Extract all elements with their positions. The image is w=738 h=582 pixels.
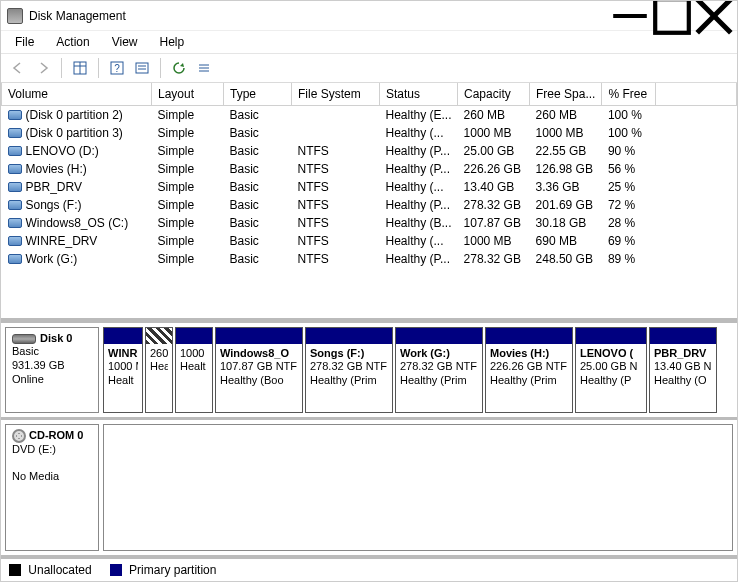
partition-block[interactable]: Windows8_O107.87 GB NTFHealthy (Boo — [215, 327, 303, 413]
volume-fs: NTFS — [292, 196, 380, 214]
volume-capacity: 13.40 GB — [458, 178, 530, 196]
partition-block[interactable]: 1000 MHealt — [175, 327, 213, 413]
menu-bar: File Action View Help — [1, 31, 737, 54]
disk-row-cdrom0: CD-ROM 0 DVD (E:) No Media — [1, 420, 737, 559]
volume-free: 690 MB — [530, 232, 602, 250]
volume-row[interactable]: Work (G:)SimpleBasicNTFSHealthy (P...278… — [2, 250, 737, 268]
back-button[interactable] — [7, 57, 29, 79]
volume-row[interactable]: WINRE_DRVSimpleBasicNTFSHealthy (...1000… — [2, 232, 737, 250]
cdrom-state: No Media — [12, 470, 59, 482]
volume-type: Basic — [224, 142, 292, 160]
col-pctfree[interactable]: % Free — [602, 83, 656, 105]
forward-button[interactable] — [32, 57, 54, 79]
volume-status: Healthy (P... — [380, 250, 458, 268]
maximize-button[interactable] — [651, 2, 693, 30]
partition-block[interactable]: Songs (F:)278.32 GB NTFHealthy (Prim — [305, 327, 393, 413]
disk-icon — [12, 334, 36, 344]
volume-row[interactable]: (Disk 0 partition 3)SimpleBasicHealthy (… — [2, 124, 737, 142]
volume-type: Basic — [224, 160, 292, 178]
partition-block[interactable]: Movies (H:)226.26 GB NTFHealthy (Prim — [485, 327, 573, 413]
column-header-row: Volume Layout Type File System Status Ca… — [2, 83, 737, 105]
volume-type: Basic — [224, 232, 292, 250]
menu-help[interactable]: Help — [150, 33, 195, 51]
partition-size: 260 M — [150, 347, 168, 361]
volume-icon — [8, 146, 22, 156]
volume-list: Volume Layout Type File System Status Ca… — [1, 83, 737, 319]
separator — [98, 58, 99, 78]
volume-name: Work (G:) — [26, 252, 78, 266]
volume-row[interactable]: Windows8_OS (C:)SimpleBasicNTFSHealthy (… — [2, 214, 737, 232]
volume-capacity: 25.00 GB — [458, 142, 530, 160]
partition-name: WINRE — [108, 347, 138, 361]
volume-free: 3.36 GB — [530, 178, 602, 196]
partition-name: Songs (F:) — [310, 347, 388, 361]
volume-icon — [8, 182, 22, 192]
volume-icon — [8, 164, 22, 174]
volume-row[interactable]: PBR_DRVSimpleBasicNTFSHealthy (...13.40 … — [2, 178, 737, 196]
partition-strip: WINRE1000 MHealt260 MHeal1000 MHealtWind… — [103, 327, 733, 413]
volume-layout: Simple — [152, 214, 224, 232]
partition-block[interactable]: 260 MHeal — [145, 327, 173, 413]
col-volume[interactable]: Volume — [2, 83, 152, 105]
disk-header-disk0[interactable]: Disk 0 Basic 931.39 GB Online — [5, 327, 99, 413]
legend: Unallocated Primary partition — [1, 558, 737, 581]
cdrom-empty-region[interactable] — [103, 424, 733, 552]
partition-status: Healthy (O — [654, 374, 712, 388]
volume-row[interactable]: Songs (F:)SimpleBasicNTFSHealthy (P...27… — [2, 196, 737, 214]
col-freespace[interactable]: Free Spa... — [530, 83, 602, 105]
col-capacity[interactable]: Capacity — [458, 83, 530, 105]
volume-name: LENOVO (D:) — [26, 144, 99, 158]
menu-file[interactable]: File — [5, 33, 44, 51]
minimize-button[interactable] — [609, 2, 651, 30]
volume-row[interactable]: Movies (H:)SimpleBasicNTFSHealthy (P...2… — [2, 160, 737, 178]
title-bar: Disk Management — [1, 1, 737, 31]
toolbar: ? — [1, 54, 737, 83]
volume-type: Basic — [224, 250, 292, 268]
partition-block[interactable]: LENOVO (25.00 GB NHealthy (P — [575, 327, 647, 413]
partition-status: Healthy (Boo — [220, 374, 298, 388]
partition-block[interactable]: Work (G:)278.32 GB NTFHealthy (Prim — [395, 327, 483, 413]
legend-unallocated: Unallocated — [9, 563, 92, 577]
volume-status: Healthy (P... — [380, 142, 458, 160]
volume-icon — [8, 218, 22, 228]
list-button[interactable] — [193, 57, 215, 79]
col-filesystem[interactable]: File System — [292, 83, 380, 105]
help-button[interactable]: ? — [106, 57, 128, 79]
volume-name: Songs (F:) — [26, 198, 82, 212]
col-status[interactable]: Status — [380, 83, 458, 105]
volume-layout: Simple — [152, 250, 224, 268]
volume-row[interactable]: LENOVO (D:)SimpleBasicNTFSHealthy (P...2… — [2, 142, 737, 160]
partition-status: Healthy (Prim — [310, 374, 388, 388]
menu-action[interactable]: Action — [46, 33, 99, 51]
partition-size: 1000 M — [180, 347, 208, 361]
volume-type: Basic — [224, 105, 292, 124]
swatch-black — [9, 564, 21, 576]
partition-name: LENOVO ( — [580, 347, 642, 361]
volume-status: Healthy (B... — [380, 214, 458, 232]
volume-free: 22.55 GB — [530, 142, 602, 160]
menu-view[interactable]: View — [102, 33, 148, 51]
col-type[interactable]: Type — [224, 83, 292, 105]
disk-header-cdrom0[interactable]: CD-ROM 0 DVD (E:) No Media — [5, 424, 99, 552]
volume-capacity: 226.26 GB — [458, 160, 530, 178]
volume-capacity: 107.87 GB — [458, 214, 530, 232]
table-view-button[interactable] — [69, 57, 91, 79]
volume-layout: Simple — [152, 160, 224, 178]
volume-status: Healthy (E... — [380, 105, 458, 124]
properties-button[interactable] — [131, 57, 153, 79]
partition-status: Healthy (P — [580, 374, 642, 388]
volume-name: WINRE_DRV — [26, 234, 98, 248]
close-button[interactable] — [693, 2, 735, 30]
refresh-button[interactable] — [168, 57, 190, 79]
cdrom-label: CD-ROM 0 — [29, 429, 83, 441]
volume-row[interactable]: (Disk 0 partition 2)SimpleBasicHealthy (… — [2, 105, 737, 124]
partition-block[interactable]: WINRE1000 MHealt — [103, 327, 143, 413]
partition-block[interactable]: PBR_DRV13.40 GB NHealthy (O — [649, 327, 717, 413]
partition-size: 226.26 GB NTF — [490, 360, 568, 374]
volume-capacity: 260 MB — [458, 105, 530, 124]
col-spare[interactable] — [656, 83, 737, 105]
volume-name: Movies (H:) — [26, 162, 87, 176]
volume-icon — [8, 254, 22, 264]
volume-free: 1000 MB — [530, 124, 602, 142]
col-layout[interactable]: Layout — [152, 83, 224, 105]
